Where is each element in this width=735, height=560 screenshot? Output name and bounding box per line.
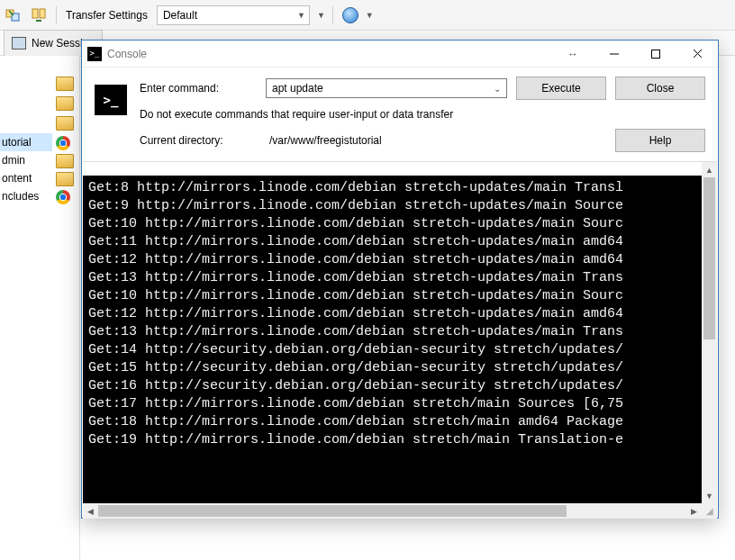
sync-icon[interactable]: [4, 5, 23, 25]
folder-icon: [56, 77, 74, 91]
folder-icon: [56, 172, 74, 186]
toolbar-separator: [332, 6, 333, 24]
command-value: apt update: [272, 82, 323, 95]
chrome-icon: [56, 190, 70, 204]
console-icon: >_: [87, 47, 102, 61]
terminal-area: Get:8 http://mirrors.linode.com/debian s…: [83, 161, 717, 519]
globe-icon[interactable]: [340, 5, 360, 25]
maximize-button[interactable]: [635, 41, 676, 68]
transfer-settings-value: Default: [163, 9, 197, 22]
transfer-settings-combo[interactable]: Default ▼: [157, 5, 310, 25]
scroll-thumb[interactable]: [703, 177, 715, 339]
scroll-left-icon[interactable]: ◀: [83, 503, 98, 519]
terminal-output[interactable]: Get:8 http://mirrors.linode.com/debian s…: [83, 176, 702, 517]
horizontal-scrollbar[interactable]: ◀ ▶: [83, 503, 702, 519]
close-window-button[interactable]: [676, 41, 718, 68]
chevron-down-icon: ▼: [297, 11, 305, 20]
chevron-down-icon: ⌄: [494, 84, 501, 94]
resize-grip-icon[interactable]: ◢: [702, 503, 717, 519]
command-panel: >_ Enter command: apt update ⌄ Execute C…: [82, 68, 718, 161]
transfer-settings-label: Transfer Settings: [66, 9, 148, 22]
dropdown-icon[interactable]: ▼: [317, 11, 325, 20]
monitor-icon: [12, 37, 26, 50]
scroll-up-icon[interactable]: ▲: [702, 162, 717, 177]
folder-icon: [56, 116, 74, 131]
vertical-scrollbar[interactable]: ▲ ▼: [702, 162, 717, 503]
enter-command-label: Enter command:: [140, 82, 257, 95]
folder-icon: [56, 96, 74, 111]
minimize-button[interactable]: [594, 41, 635, 68]
main-toolbar: Transfer Settings Default ▼ ▼ ▼: [0, 0, 735, 31]
compare-icon[interactable]: [29, 5, 49, 25]
execute-button[interactable]: Execute: [516, 77, 606, 100]
scroll-right-icon[interactable]: ▶: [686, 503, 702, 519]
window-title: Console: [107, 48, 147, 60]
prompt-icon: >_: [95, 85, 127, 115]
command-hint: Do not execute commands that require use…: [140, 108, 507, 121]
list-item[interactable]: utorial: [0, 133, 52, 151]
chrome-icon: [56, 136, 70, 150]
scroll-track[interactable]: [98, 503, 686, 519]
current-directory-value: /var/www/freegistutorial: [266, 134, 507, 147]
close-button[interactable]: Close: [615, 77, 705, 100]
scroll-down-icon[interactable]: ▼: [702, 488, 717, 503]
command-input[interactable]: apt update ⌄: [266, 78, 507, 98]
svg-rect-3: [40, 9, 45, 18]
scroll-track[interactable]: [702, 177, 717, 488]
console-dialog: >_ Console ↔ >_ Enter command: apt upd: [81, 40, 719, 519]
folder-icon: [56, 154, 74, 168]
help-button[interactable]: Help: [615, 129, 705, 152]
resize-horizontal-icon[interactable]: ↔: [552, 48, 594, 60]
current-directory-label: Current directory:: [140, 134, 257, 147]
toolbar-separator: [56, 6, 57, 24]
scroll-thumb[interactable]: [98, 505, 567, 517]
dropdown-icon[interactable]: ▼: [366, 11, 374, 20]
svg-rect-2: [32, 9, 38, 18]
svg-rect-4: [652, 50, 660, 58]
title-bar[interactable]: >_ Console ↔: [82, 41, 718, 68]
left-panel: utorial dmin ontent ncludes: [0, 56, 79, 560]
